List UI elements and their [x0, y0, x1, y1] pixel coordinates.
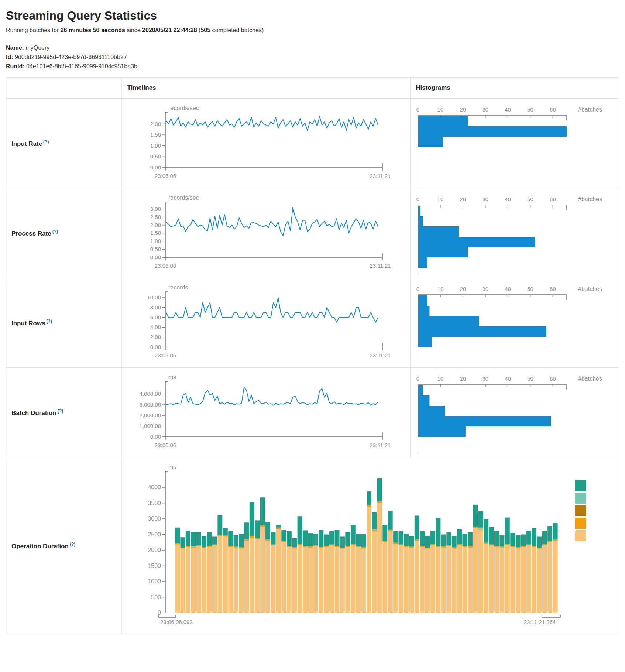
svg-text:2,000.00: 2,000.00: [140, 412, 161, 418]
svg-text:records: records: [168, 284, 188, 291]
svg-text:23:06:06: 23:06:06: [155, 173, 176, 179]
svg-text:ms: ms: [168, 374, 176, 380]
svg-text:10: 10: [437, 286, 444, 292]
row-label: Input Rate: [11, 140, 42, 147]
svg-text:50: 50: [527, 376, 533, 382]
svg-text:10.00: 10.00: [147, 294, 161, 301]
svg-text:50: 50: [527, 106, 533, 113]
svg-text:#batches: #batches: [578, 286, 602, 292]
timeline-cell: records/sec0.000.501.001.502.0023:06:062…: [122, 99, 411, 188]
svg-text:0.50: 0.50: [150, 153, 161, 160]
row-label: Process Rate: [11, 230, 51, 237]
svg-text:2.00: 2.00: [150, 222, 161, 228]
row-label-cell: Process Rate(?): [6, 188, 122, 278]
header-row: Timelines Histograms: [6, 78, 619, 99]
svg-text:20: 20: [460, 106, 466, 113]
svg-text:10: 10: [437, 376, 444, 382]
since-text: since: [125, 27, 142, 33]
help-icon[interactable]: (?): [47, 319, 52, 324]
svg-text:6.00: 6.00: [150, 314, 161, 320]
histogram-cell: 0102030405060#batches: [411, 368, 619, 457]
row-label: Batch Duration: [11, 409, 56, 416]
svg-text:2.00: 2.00: [150, 121, 161, 127]
svg-text:20: 20: [460, 376, 466, 382]
svg-text:#batches: #batches: [578, 376, 602, 382]
svg-text:23:11:21.864: 23:11:21.864: [524, 619, 556, 625]
histogram-cell: 0102030405060#batches: [411, 188, 619, 278]
svg-text:0: 0: [416, 376, 419, 382]
table-row-input-rate: Input Rate(?) records/sec0.000.501.001.5…: [6, 99, 619, 188]
help-icon[interactable]: (?): [52, 229, 58, 234]
svg-text:50: 50: [527, 196, 533, 202]
running-prefix: Running batches for: [6, 27, 61, 33]
svg-text:1,000.00: 1,000.00: [140, 423, 161, 429]
svg-text:0.00: 0.00: [150, 254, 161, 260]
svg-text:23:11:21: 23:11:21: [370, 263, 391, 269]
svg-text:3,000.00: 3,000.00: [140, 401, 161, 408]
svg-text:records/sec: records/sec: [168, 105, 199, 111]
operation-duration-cell: ms0500100015002000250030003500400023:06:…: [122, 457, 619, 634]
help-icon[interactable]: (?): [58, 408, 63, 414]
svg-text:10: 10: [437, 196, 444, 202]
svg-text:23:06:06.093: 23:06:06.093: [161, 619, 193, 625]
id-label: Id:: [6, 54, 13, 60]
query-id-line: Id: 9d0dd219-995d-423e-b97d-36931110bb27: [6, 54, 619, 61]
table-row-input-rows: Input Rows(?) records0.002.004.006.008.0…: [6, 278, 619, 368]
corner-cell: [6, 78, 122, 99]
svg-text:0.50: 0.50: [150, 246, 161, 252]
svg-text:0: 0: [416, 196, 419, 202]
svg-text:3.00: 3.00: [150, 206, 161, 212]
svg-text:23:11:21: 23:11:21: [370, 442, 391, 448]
svg-text:40: 40: [505, 286, 511, 292]
running-duration: 26 minutes 56 seconds: [61, 27, 125, 33]
runid-value: 04e101e6-8bf8-4165-9099-9104c951ba3b: [26, 63, 137, 69]
svg-text:1.50: 1.50: [150, 131, 161, 138]
svg-text:1.00: 1.00: [150, 238, 161, 244]
completed-batches-count: 505: [200, 27, 210, 33]
svg-text:4.00: 4.00: [150, 324, 161, 330]
svg-text:3000: 3000: [148, 515, 161, 522]
svg-text:1.50: 1.50: [150, 230, 161, 236]
svg-text:500: 500: [151, 594, 161, 600]
histogram-cell: 0102030405060#batches: [411, 278, 619, 368]
svg-text:4000: 4000: [148, 484, 161, 490]
page: Streaming Query Statistics Running batch…: [0, 0, 625, 642]
svg-text:60: 60: [550, 106, 556, 113]
svg-text:2.50: 2.50: [150, 214, 161, 220]
input-rate-timeline-chart: records/sec0.000.501.001.502.0023:06:062…: [122, 100, 410, 187]
table-row-operation-duration: Operation Duration(?) ms0500100015002000…: [6, 457, 619, 634]
svg-text:1500: 1500: [148, 563, 161, 569]
row-label-cell: Operation Duration(?): [6, 457, 122, 634]
query-name-line: Name: myQuery: [6, 45, 619, 51]
svg-text:20: 20: [460, 196, 466, 202]
svg-text:40: 40: [505, 106, 511, 113]
help-icon[interactable]: (?): [70, 542, 75, 547]
svg-text:23:06:06: 23:06:06: [155, 352, 176, 359]
timeline-cell: records/sec0.000.501.001.502.002.503.002…: [122, 188, 411, 278]
svg-text:1.00: 1.00: [150, 143, 161, 149]
svg-text:0.00: 0.00: [150, 344, 161, 350]
input-rows-histogram-chart: 0102030405060#batches: [411, 280, 619, 366]
page-title: Streaming Query Statistics: [6, 9, 619, 23]
start-time: 2020/05/21 22:44:28: [142, 27, 197, 33]
svg-text:0.00: 0.00: [150, 164, 161, 171]
svg-text:8.00: 8.00: [150, 304, 161, 311]
svg-text:3500: 3500: [148, 500, 161, 506]
batches-suffix: completed batches): [210, 27, 264, 33]
svg-text:2500: 2500: [148, 531, 161, 538]
svg-text:records/sec: records/sec: [168, 195, 199, 201]
running-summary: Running batches for 26 minutes 56 second…: [6, 27, 619, 34]
svg-text:ms: ms: [168, 464, 176, 470]
timeline-cell: records0.002.004.006.008.0010.0023:06:06…: [122, 278, 411, 368]
svg-text:0: 0: [416, 286, 419, 292]
svg-text:4,000.00: 4,000.00: [140, 391, 161, 397]
svg-text:#batches: #batches: [578, 106, 602, 113]
row-label: Operation Duration: [11, 542, 69, 549]
svg-text:30: 30: [483, 376, 489, 382]
help-icon[interactable]: (?): [43, 139, 49, 144]
svg-text:0: 0: [158, 610, 161, 616]
table-row-batch-duration: Batch Duration(?) ms0.001,000.002,000.00…: [6, 368, 619, 457]
row-label-cell: Batch Duration(?): [6, 368, 122, 457]
svg-text:2000: 2000: [148, 547, 161, 553]
svg-text:1000: 1000: [148, 578, 161, 584]
